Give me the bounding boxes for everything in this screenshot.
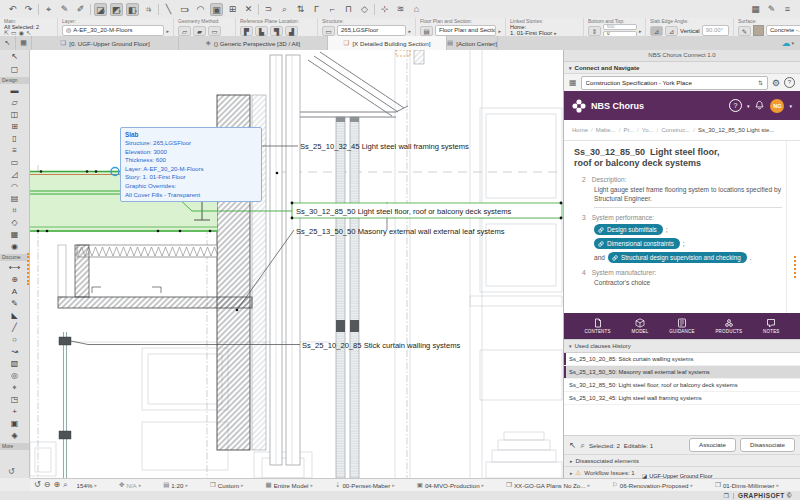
view-tab[interactable]: ◈ () Generic Perspective [3D / All] (179, 36, 328, 50)
avatar[interactable]: NG (770, 99, 784, 113)
toolbar-icon[interactable]: ✕ (242, 3, 255, 16)
structure-type-button[interactable]: ▭ (322, 26, 335, 36)
linked-clause-pill[interactable]: Design submittals (594, 224, 663, 235)
pick-elements-icon[interactable]: ↖ (569, 440, 576, 450)
help-icon[interactable]: ? (784, 77, 795, 88)
annotation-curtain-wall[interactable]: Ss_25_10_20_85 Stick curtain walling sys… (302, 341, 460, 350)
design-tool-icon[interactable]: ▦ (4, 229, 26, 241)
design-tool-icon[interactable]: ▬ (4, 85, 26, 97)
status-item[interactable]: ❒ XX-GO-GA Plans No Zo... ▸ (501, 481, 607, 489)
toolbar-icon[interactable]: ⊞ (226, 3, 239, 16)
tab-nav-back-button[interactable]: ↖ (0, 36, 16, 50)
breadcrumb-item[interactable]: Mabe... (588, 127, 616, 133)
nav-guidance[interactable]: GUIDANCE (669, 318, 694, 334)
toolbar-icon[interactable]: ⊃ (262, 3, 275, 16)
linked-clause-pill[interactable]: Structural design supervision and checki… (608, 252, 747, 263)
select-tool-icon[interactable]: ▢ (4, 63, 26, 76)
zoom-icon[interactable]: ⊖ (44, 480, 51, 490)
toolbar-icon[interactable]: ▭ (178, 3, 191, 16)
document-tool-icon[interactable]: ▣ (4, 418, 26, 430)
toolbar-icon[interactable]: ✎ (58, 3, 71, 16)
document-tool-icon[interactable]: ⌖ (4, 382, 26, 394)
status-item[interactable]: ⚐ 06-Renovation-Proposed ▸ (607, 481, 710, 489)
design-tool-icon[interactable]: ≡ (4, 145, 26, 157)
panel-window-title[interactable]: NBS Chorus Connect 1.0 (564, 50, 800, 62)
document-tool-icon[interactable]: ◣ (4, 310, 26, 322)
toolbar-icon[interactable]: ⊹ (378, 3, 391, 16)
collapse-triangle-icon[interactable]: ▾ (569, 343, 572, 349)
chevron-right-icon[interactable]: ▸ (408, 28, 411, 34)
disassociate-button[interactable]: Disassociate (740, 438, 795, 452)
associate-button[interactable]: Associate (689, 438, 736, 452)
annotation-wall-framing[interactable]: Ss_25_10_32_45 Light steel wall framing … (300, 142, 469, 151)
toolbar-icon[interactable]: ⊓ (342, 3, 355, 16)
view-tab[interactable]: ❏ [X Detailed Building Section] (328, 36, 447, 50)
status-item[interactable]: ⇣ 00-Penset-Maber ▸ (330, 481, 412, 489)
breadcrumb-item[interactable]: Home (572, 127, 588, 133)
breadcrumb-item[interactable]: Ss_30_12_85_50 Light ste... (690, 127, 774, 133)
toolbar-icon[interactable] (90, 4, 91, 15)
linked-clause-pill[interactable]: Dimensional constraints (594, 238, 680, 249)
floor-plan-dropdown[interactable]: Floor Plan and Section... (435, 25, 496, 36)
nav-contents[interactable]: CONTENTS (584, 318, 610, 334)
design-tool-icon[interactable]: ◉ (4, 241, 26, 253)
structure-dropdown[interactable]: 265,LGSFloor (337, 25, 406, 36)
used-clause-row[interactable]: Ss_25_10_32_45: Light steel wall framing… (564, 392, 800, 405)
nav-notes[interactable]: NOTES (763, 318, 780, 334)
expand-triangle-icon[interactable]: ▸ (570, 458, 573, 464)
scroll-thumb[interactable] (794, 256, 796, 278)
toolbar-icon[interactable]: ⇅ (294, 3, 307, 16)
spec-dropdown[interactable]: Construction Specification - York Place … (581, 76, 768, 90)
section-drawing-canvas[interactable]: Ss_25_10_32_45 Light steel wall framing … (30, 50, 563, 478)
toolbar-icon[interactable]: ◇ (358, 3, 371, 16)
find-elements-icon[interactable]: ⌕ (580, 440, 585, 451)
used-clause-row[interactable]: Ss_30_12_85_50: Light steel floor, roof … (564, 379, 800, 392)
design-tool-icon[interactable]: ◠ (4, 181, 26, 193)
used-clause-row[interactable]: Ss_25_13_50_50: Masonry wall external le… (564, 366, 800, 379)
toolbar-icon[interactable]: ⌂ (410, 3, 423, 16)
toolbar-icon[interactable] (158, 4, 159, 15)
annotation-floor-deck[interactable]: Ss_30_12_85_50 Light steel floor, roof o… (296, 207, 511, 216)
help-circle-icon[interactable]: ? (729, 99, 742, 112)
design-tool-icon[interactable]: ▭ (4, 157, 26, 169)
document-tool-icon[interactable]: ↝ (4, 346, 26, 358)
toolbar-icon[interactable]: ╲ (162, 3, 175, 16)
toolbar-icon[interactable]: ⌕ (278, 3, 291, 16)
top-offset-field[interactable]: 600 (603, 24, 637, 30)
zoom-icon[interactable]: ⌕ (63, 480, 67, 490)
zoom-icon[interactable]: ↺ (34, 480, 41, 490)
teamwork-cloud-button[interactable]: ☁ ▾ (775, 36, 800, 50)
nav-model[interactable]: MODEL (632, 318, 649, 334)
toolbar-icon[interactable]: ✐ (74, 3, 87, 16)
design-tool-icon[interactable]: ▱ (4, 97, 26, 109)
surface-swatch[interactable] (753, 25, 764, 36)
document-tool-icon[interactable]: ○ (4, 334, 26, 346)
design-tool-icon[interactable]: ▯ (4, 133, 26, 145)
toolbar-icon[interactable] (374, 4, 375, 15)
document-tool-icon[interactable]: ▧ (4, 358, 26, 370)
breadcrumb-item[interactable]: Pr... (616, 127, 634, 133)
document-tool-icon[interactable]: ◈ (4, 430, 26, 442)
design-tool-icon[interactable]: ▤ (4, 193, 26, 205)
toolbar-icon[interactable]: ◠ (194, 3, 207, 16)
gear-icon[interactable]: ⚙ (772, 78, 780, 88)
toolbar-icon[interactable]: ⌗ (142, 3, 155, 16)
toolbar-icon[interactable]: ≋ (394, 3, 407, 16)
toolbar-icon[interactable]: ◧ (126, 3, 139, 16)
toolbar-icon[interactable]: ◪ (94, 3, 107, 16)
design-tool-icon[interactable]: ⊞ (4, 121, 26, 133)
nav-products[interactable]: PRODUCTS (715, 318, 742, 334)
status-item[interactable]: ▤ 1:20 ▸ (158, 481, 205, 489)
document-tool-icon[interactable]: ◎ (4, 370, 26, 382)
surface-dropdown[interactable]: Concrete -... (766, 25, 800, 36)
toolbar-icon[interactable]: ⌖ (42, 3, 55, 16)
reference-plane-button[interactable]: ▜ (270, 26, 283, 36)
section-drawing[interactable]: Ss_25_10_32_45 Light steel wall framing … (30, 50, 563, 478)
breadcrumb-item[interactable]: Construc... (654, 127, 691, 133)
spec-grid-icon[interactable]: ▦ (569, 78, 577, 87)
view-tab[interactable]: ❏ [0. UGF-Upper Ground Floor] (32, 36, 179, 50)
document-tool-icon[interactable]: ╱ (4, 322, 26, 334)
toolbar-icon[interactable]: ▦ (749, 3, 762, 16)
toolbox-section-more[interactable]: More (0, 443, 29, 450)
design-tool-icon[interactable]: ⌗ (4, 205, 26, 217)
